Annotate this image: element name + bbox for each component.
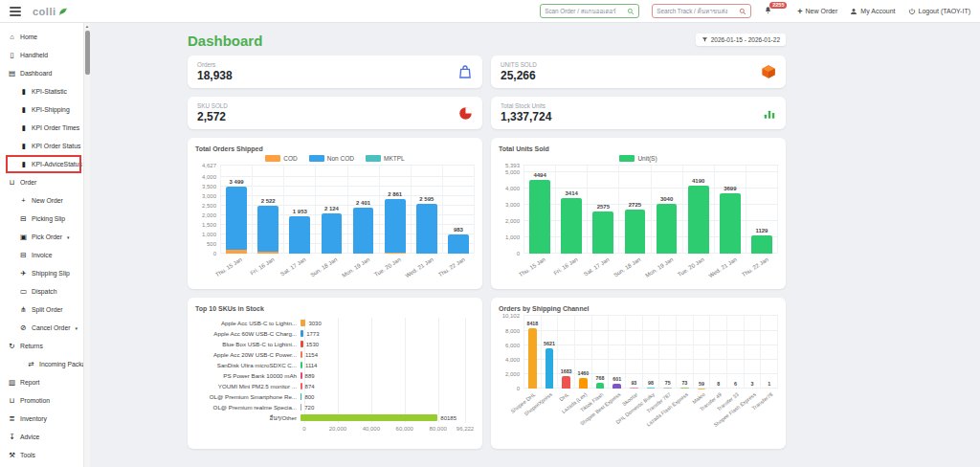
bookmark-icon: ▮ (19, 142, 28, 150)
bar-slot: 2725 (619, 166, 651, 254)
my-account-button[interactable]: My Account (850, 8, 895, 15)
bar (562, 376, 570, 389)
sidebar-item-report[interactable]: ▥ Report (0, 373, 90, 391)
date-range-text: 2026-01-15 - 2026-01-22 (711, 36, 780, 43)
kpi-value: 25,266 (501, 69, 537, 82)
sidebar-item-kpi-shipping[interactable]: ▮ KPI-Shipping (0, 100, 90, 119)
x-axis: Thu. 15 JanFri. 16 JanSat. 17 JanSun. 18… (523, 254, 778, 278)
date-range-filter[interactable]: 2026-01-15 - 2026-01-22 (696, 33, 786, 46)
bar-segment (322, 213, 343, 254)
sidebar-item-returns[interactable]: ↻ Returns (0, 337, 90, 355)
sidebar-item-new-order[interactable]: + New Order (0, 191, 90, 210)
value-label: 4190 (679, 178, 718, 184)
sidebar-item-handheld[interactable]: ▯ Handheld (0, 46, 90, 64)
value-label: 2725 (615, 202, 654, 208)
menu-icon[interactable] (10, 5, 21, 18)
x-tick-label: 0 (302, 426, 305, 432)
pie-chart-icon (458, 106, 473, 121)
bar-slot: 2 401 (348, 166, 380, 254)
bar (322, 213, 343, 254)
value-label: 1154 (305, 352, 318, 358)
notifications-button[interactable]: 2255 (764, 5, 785, 18)
sidebar-item-dispatch[interactable]: ▭ Dispatch (0, 282, 90, 300)
category-label: Apple Acc 60W USB-C Charg... (195, 330, 301, 337)
bar (579, 378, 588, 389)
sidebar-item-inventory[interactable]: ≣ Inventory (0, 410, 90, 428)
bar-slot: 8 (710, 316, 727, 389)
category-label: PS Power Bank 10000 mAh (195, 372, 301, 379)
printer-icon: ⊟ (19, 251, 28, 259)
bar-slot: 3 (745, 316, 762, 389)
sidebar-item-tools[interactable]: ⚒ Tools (0, 446, 90, 464)
sidebar-item-promotion[interactable]: ⊔ Promotion (0, 391, 90, 410)
bar-slot: 3699 (715, 166, 746, 254)
swap-icon: ⇄ (27, 360, 35, 368)
plot-area: 3 4992 5221 9532 1242 4012 8612 595983 (220, 166, 475, 254)
scroll-up-icon[interactable]: ▲ (84, 24, 90, 29)
legend-item: Unit(S) (619, 155, 657, 162)
value-label: 80185 (440, 415, 457, 421)
search-icon[interactable] (627, 8, 635, 15)
sidebar-item-order[interactable]: ⊔ Order (0, 173, 90, 191)
sidebar-item-incoming-package[interactable]: ⇄ Incoming Package (0, 355, 90, 373)
bar-segment (353, 208, 374, 254)
y-tick-label: 4,627 (202, 163, 216, 168)
sidebar-item-kpi-statistic[interactable]: ▮ KPI-Statistic (0, 82, 90, 100)
scan-order-input[interactable] (545, 8, 627, 14)
sidebar-item-dashboard[interactable]: ▤ Dashboard (0, 64, 90, 82)
chart-panels-row-1: Total Orders Shipped CODNon CODMKTPL0500… (188, 138, 786, 289)
bar (546, 348, 554, 389)
sidebar-item-pick-order[interactable]: ▣ Pick Order ▾ (0, 228, 90, 246)
legend-label: Non COD (327, 155, 354, 162)
sidebar-item-home[interactable]: ⌂ Home (0, 28, 90, 46)
category-label: Apple Acc USB-C to Lightn... (195, 320, 301, 326)
logout-button[interactable]: Logout (TAOY-IT) (908, 8, 970, 15)
y-tick-label: 4,000 (202, 174, 216, 180)
chevron-down-icon: ▾ (75, 325, 78, 331)
x-tick-label: 60,000 (396, 426, 413, 432)
track-search[interactable] (652, 4, 751, 18)
bar-slot: 2 595 (412, 166, 443, 254)
new-order-button[interactable]: + New Order (797, 7, 837, 16)
sidebar-item-kpi-order-times[interactable]: ▮ KPI Order Times (0, 119, 90, 137)
sidebar-item-shipping-slip[interactable]: ✈ Shipping Slip (0, 264, 90, 282)
sidebar-item-picking-slip[interactable]: ⊟ Picking Slip (0, 210, 90, 228)
bar-segment (257, 206, 278, 252)
bar-slot: 4494 (523, 166, 556, 254)
y-tick-label: 2,500 (202, 203, 216, 209)
bar-row: YOUMI Mini PM2.5 monitor ...874 (195, 381, 475, 391)
search-icon[interactable] (739, 8, 746, 15)
bar-segment (448, 234, 469, 254)
sidebar-scrollbar[interactable]: ▲ (83, 23, 90, 467)
sidebar-item-split-order[interactable]: ⋔ Split Order (0, 300, 90, 319)
bar-row: SanDisk Ultra microSDXC C...1114 (195, 360, 475, 370)
sidebar-item-kpi-order-status[interactable]: ▮ KPI Order Status (0, 137, 90, 155)
legend-swatch (366, 155, 381, 162)
split-icon: ⋔ (19, 305, 28, 314)
chart-legend: CODNon CODMKTPL (195, 155, 475, 162)
sidebar-item-kpi-advicestatus[interactable]: ▮ KPI-AdviceStatus (0, 155, 90, 173)
report-icon: ▥ (8, 378, 16, 387)
chart-panels-row-2: Top 10 SKUs in Stock Apple Acc USB-C to … (188, 298, 786, 449)
category-label: Blue Box USB-C to Lightni... (195, 341, 301, 347)
bar-slot: 1 (761, 316, 778, 389)
x-tick-label: 80,000 (429, 426, 446, 432)
sidebar-item-cancel-order[interactable]: ⊘ Cancel Order ▾ (0, 319, 90, 337)
sidebar-item-advice[interactable]: ↧ Advice (0, 428, 90, 446)
cancel-icon: ⊘ (19, 323, 28, 332)
scan-order-search[interactable] (540, 4, 639, 18)
bar-row: OL@ Premium realme Specia...720 (195, 402, 475, 412)
bar-slot: 8418 (523, 316, 542, 389)
bar-slot: 6 (727, 316, 745, 389)
kpi-card-sku-sold: SKU SOLD 2,572 (188, 97, 482, 129)
y-tick-label: 0 (517, 251, 520, 256)
scrollbar-thumb[interactable] (85, 31, 90, 75)
bar (301, 330, 303, 337)
logo[interactable]: colli (33, 6, 68, 17)
bar-slot: 2 861 (380, 166, 412, 254)
panel-title: Total Orders Shipped (195, 145, 475, 152)
track-search-input[interactable] (657, 8, 739, 14)
kpi-label: UNITS SOLD (501, 61, 537, 68)
sidebar-item-invoice[interactable]: ⊟ Invoice (0, 246, 90, 264)
cart-icon: ⊔ (8, 396, 16, 405)
